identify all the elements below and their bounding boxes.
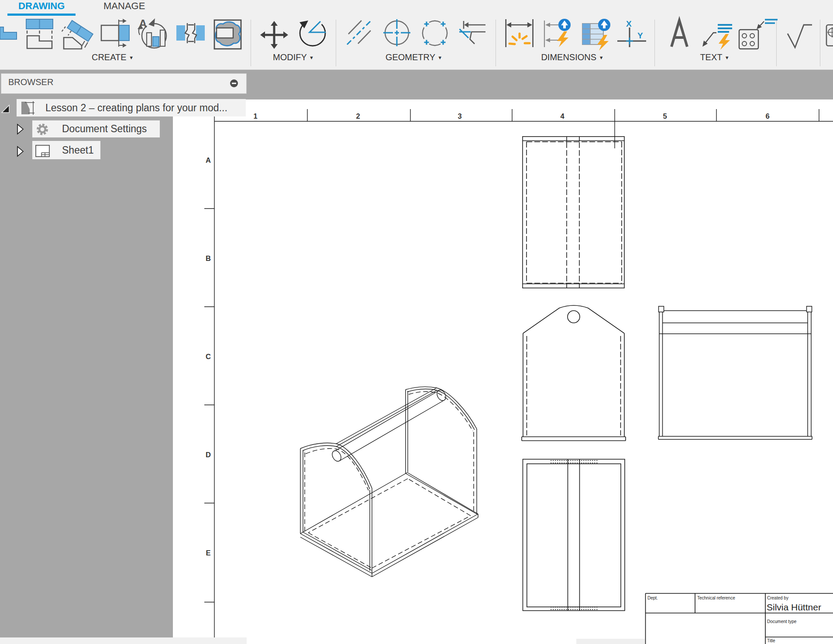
svg-text:1: 1 — [253, 112, 257, 120]
svg-text:6: 6 — [765, 112, 769, 120]
svg-text:E: E — [206, 549, 210, 557]
svg-text:3: 3 — [458, 112, 461, 120]
svg-text:C: C — [206, 353, 211, 360]
svg-text:Y: Y — [637, 31, 643, 40]
svg-text:Created by: Created by — [767, 596, 788, 600]
svg-text:X: X — [626, 19, 632, 28]
svg-text:Title: Title — [767, 638, 775, 643]
svg-text:2: 2 — [356, 112, 360, 120]
svg-text:4: 4 — [560, 112, 565, 120]
svg-text:Silvia Hüttner: Silvia Hüttner — [767, 602, 821, 612]
svg-text:5: 5 — [663, 112, 667, 120]
svg-text:A: A — [206, 156, 211, 164]
svg-text:Dept.: Dept. — [647, 596, 658, 600]
svg-text:Technical reference: Technical reference — [697, 596, 735, 600]
svg-text:Document type: Document type — [767, 619, 797, 624]
svg-text:D: D — [206, 451, 211, 459]
svg-text:B: B — [206, 254, 211, 262]
